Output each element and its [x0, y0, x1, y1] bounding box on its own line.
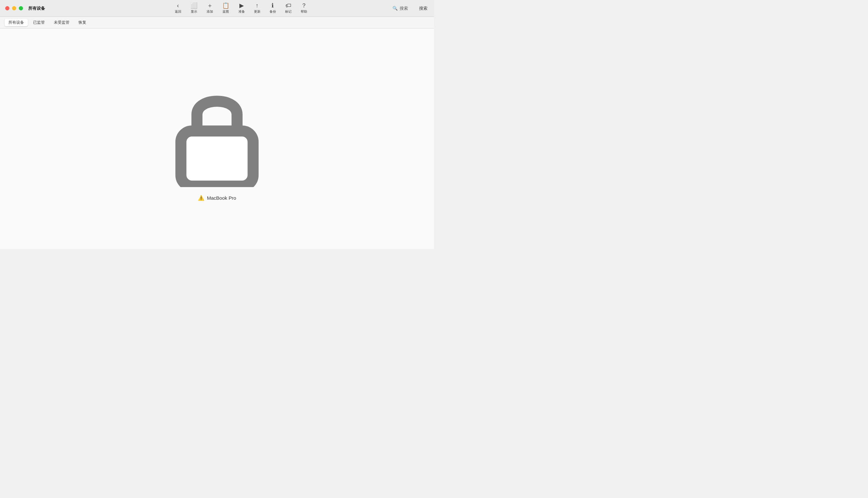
window-title: 所有设备	[28, 5, 45, 11]
warning-icon: ⚠️	[198, 195, 204, 201]
display-icon: ⬜	[191, 3, 197, 9]
search-right[interactable]: 搜索	[419, 5, 428, 11]
search-icon: 🔍	[392, 6, 398, 11]
window-controls	[5, 6, 23, 10]
toolbar-blueprint[interactable]: 📋 蓝图	[218, 1, 234, 15]
segment-recover[interactable]: 恢复	[75, 19, 90, 26]
toolbar-backup[interactable]: ℹ 备份	[265, 1, 281, 15]
lock-icon	[162, 77, 272, 187]
blueprint-icon: 📋	[222, 3, 229, 9]
search-text: 搜索	[400, 5, 408, 11]
segment-all-devices[interactable]: 所有设备	[4, 19, 28, 26]
device-name: MacBook Pro	[207, 195, 236, 201]
maximize-button[interactable]	[19, 6, 23, 10]
display-label: 显示	[191, 9, 197, 14]
toolbar-add[interactable]: ＋ 添加	[202, 1, 218, 15]
prepare-label: 准备	[238, 9, 245, 14]
toolbar-display[interactable]: ⬜ 显示	[186, 1, 202, 15]
blueprint-label: 蓝图	[222, 9, 229, 14]
prepare-icon: ▶	[239, 3, 244, 9]
toolbar-tag[interactable]: 🏷 标记	[281, 1, 296, 15]
back-label: 返回	[175, 9, 181, 14]
segment-bar: 所有设备 已监管 未受监管 恢复	[0, 17, 434, 28]
backup-label: 备份	[270, 9, 276, 14]
tag-icon: 🏷	[285, 3, 291, 9]
help-label: 帮助	[301, 9, 307, 14]
search-area[interactable]: 🔍 搜索	[392, 5, 408, 11]
update-label: 更新	[254, 9, 260, 14]
backup-icon: ℹ	[272, 3, 274, 9]
help-icon: ？	[301, 3, 307, 9]
title-bar: 所有设备 ‹ 返回 ⬜ 显示 ＋ 添加 📋 蓝图 ▶ 准备 ↑ 更新 ℹ 备份	[0, 0, 434, 17]
toolbar-update[interactable]: ↑ 更新	[249, 1, 265, 15]
toolbar-help[interactable]: ？ 帮助	[296, 1, 312, 15]
segment-supervised[interactable]: 已监管	[29, 19, 49, 26]
svg-rect-0	[181, 131, 253, 186]
device-label: ⚠️ MacBook Pro	[198, 195, 236, 201]
toolbar: ‹ 返回 ⬜ 显示 ＋ 添加 📋 蓝图 ▶ 准备 ↑ 更新 ℹ 备份 🏷 标	[53, 1, 429, 15]
minimize-button[interactable]	[12, 6, 16, 10]
tag-label: 标记	[285, 9, 292, 14]
toolbar-prepare[interactable]: ▶ 准备	[234, 1, 249, 15]
search-right-label: 搜索	[419, 6, 428, 11]
lock-icon-wrapper	[162, 77, 272, 187]
add-label: 添加	[207, 9, 213, 14]
add-icon: ＋	[207, 3, 213, 9]
update-icon: ↑	[256, 3, 259, 9]
segment-unsupervised[interactable]: 未受监管	[50, 19, 73, 26]
back-icon: ‹	[177, 3, 179, 9]
toolbar-back[interactable]: ‹ 返回	[170, 1, 186, 15]
main-content: ⚠️ MacBook Pro	[0, 28, 434, 249]
close-button[interactable]	[5, 6, 9, 10]
